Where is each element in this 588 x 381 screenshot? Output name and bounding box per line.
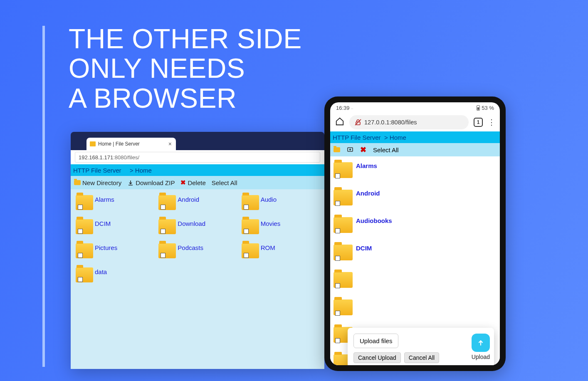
folder-checkbox[interactable] <box>244 205 249 210</box>
tab-title: Home | File Server <box>98 141 140 147</box>
breadcrumb-sep: > <box>130 167 133 174</box>
status-bar: 16:39 ·· 53 % <box>330 102 500 113</box>
folder-checkbox[interactable] <box>161 229 166 234</box>
url-input[interactable]: 192.168.1.171:8080/files/ <box>75 152 320 163</box>
folder-checkbox[interactable] <box>78 253 83 258</box>
url-port-path: :8080/files/ <box>113 154 139 161</box>
folder-checkbox[interactable] <box>335 228 340 233</box>
headline-line-2: ONLY NEEDS <box>69 54 302 83</box>
folder-checkbox[interactable] <box>161 205 166 210</box>
breadcrumb-app[interactable]: HTTP File Server <box>73 167 121 174</box>
mobile-toolbar: ✖ Select All <box>330 143 500 156</box>
download-icon[interactable] <box>347 146 353 154</box>
upload-files-button[interactable]: Upload files <box>353 334 398 348</box>
folder-label: Pictures <box>95 243 117 251</box>
delete-button[interactable]: ✖ Delete <box>180 179 205 186</box>
folder-checkbox[interactable] <box>335 201 340 206</box>
folder-item[interactable]: Download <box>156 219 239 243</box>
folder-checkbox[interactable] <box>78 277 83 282</box>
folder-item[interactable]: DCIM <box>73 219 156 243</box>
file-grid: AlarmsAndroidAudioDCIMDownloadMoviesPict… <box>71 189 324 369</box>
folder-checkbox[interactable] <box>335 256 340 261</box>
folder-checkbox[interactable] <box>335 283 340 288</box>
battery-text: 53 % <box>482 105 494 111</box>
close-icon[interactable]: × <box>168 141 172 147</box>
download-icon <box>127 180 134 186</box>
upload-fab-label: Upload <box>472 354 490 360</box>
folder-item[interactable]: ROM <box>239 243 322 267</box>
folder-icon[interactable] <box>334 147 340 152</box>
delete-icon[interactable]: ✖ <box>360 145 366 154</box>
headline-line-3: A BROWSER <box>69 84 302 113</box>
breadcrumb-current[interactable]: Home <box>390 134 406 141</box>
download-zip-button[interactable]: Download ZIP <box>127 179 175 186</box>
url-host: 192.168.1.171 <box>79 154 113 161</box>
folder-row[interactable] <box>330 266 500 294</box>
folder-label: Audiobooks <box>356 217 392 224</box>
folder-checkbox[interactable] <box>335 338 340 343</box>
folder-checkbox[interactable] <box>78 229 83 234</box>
folder-label: Movies <box>261 219 281 227</box>
folder-icon <box>74 180 81 185</box>
phone-frame: 16:39 ·· 53 % 127.0.0.1:8080/files <box>324 96 506 371</box>
folder-item[interactable]: Alarms <box>73 195 156 219</box>
folder-checkbox[interactable] <box>335 173 340 178</box>
cancel-all-button[interactable]: Cancel All <box>404 352 439 363</box>
folder-checkbox[interactable] <box>78 205 83 210</box>
folder-checkbox[interactable] <box>161 253 166 258</box>
folder-row[interactable]: Audiobooks <box>330 211 500 239</box>
folder-item[interactable]: Movies <box>239 219 322 243</box>
select-all-button[interactable]: Select All <box>373 146 399 153</box>
folder-checkbox[interactable] <box>335 311 340 316</box>
folder-row[interactable] <box>330 294 500 321</box>
folder-label: Download <box>178 219 205 227</box>
folder-icon <box>90 141 96 146</box>
url-input[interactable]: 127.0.0.1:8080/files <box>349 115 469 129</box>
folder-item[interactable]: Android <box>156 195 239 219</box>
folder-label: DCIM <box>356 245 372 252</box>
new-directory-button[interactable]: New Directory <box>74 179 121 186</box>
browser-tabstrip: Home | File Server × <box>71 132 324 150</box>
browser-tab[interactable]: Home | File Server × <box>86 138 176 150</box>
status-time: 16:39 <box>336 105 350 111</box>
folder-checkbox[interactable] <box>244 253 249 258</box>
url-text: 127.0.0.1:8080/files <box>364 119 417 126</box>
folder-label: Audio <box>261 195 277 203</box>
breadcrumb-current[interactable]: Home <box>135 167 152 174</box>
breadcrumb-sep: > <box>384 134 388 141</box>
folder-label: Alarms <box>356 162 377 169</box>
cancel-upload-button[interactable]: Cancel Upload <box>353 352 401 363</box>
folder-label: ROM <box>261 243 275 251</box>
battery-icon <box>477 105 480 111</box>
headline: THE OTHER SIDE ONLY NEEDS A BROWSER <box>69 24 302 113</box>
home-icon[interactable] <box>335 117 344 128</box>
upload-fab-wrap: Upload <box>472 334 490 360</box>
breadcrumb: HTTP File Server > Home <box>330 131 500 143</box>
folder-row[interactable]: Android <box>330 184 500 211</box>
folder-label: DCIM <box>95 219 111 227</box>
desktop-browser-window: Home | File Server × 192.168.1.171:8080/… <box>71 132 324 369</box>
folder-label: Alarms <box>95 195 114 203</box>
folder-checkbox[interactable] <box>244 229 249 234</box>
delete-icon: ✖ <box>180 179 186 186</box>
desktop-toolbar: New Directory Download ZIP ✖ Delete Sele… <box>71 176 324 189</box>
tabs-button[interactable]: 1 <box>474 118 483 127</box>
breadcrumb-app[interactable]: HTTP File Server <box>333 134 381 141</box>
breadcrumb: HTTP File Server > Home <box>71 164 324 176</box>
status-marker: ·· <box>351 106 353 111</box>
select-all-button[interactable]: Select All <box>212 179 237 186</box>
insecure-icon <box>354 119 362 126</box>
folder-item[interactable]: Audio <box>239 195 322 219</box>
folder-item[interactable]: Pictures <box>73 243 156 267</box>
folder-row[interactable]: Alarms <box>330 156 500 184</box>
folder-label: Podcasts <box>178 243 203 251</box>
phone-screen: 16:39 ·· 53 % 127.0.0.1:8080/files <box>330 102 500 365</box>
address-bar: 192.168.1.171:8080/files/ <box>71 150 324 164</box>
folder-label: Android <box>356 190 380 197</box>
folder-item[interactable]: Podcasts <box>156 243 239 267</box>
folder-item[interactable]: data <box>73 267 156 292</box>
kebab-menu-icon[interactable]: ⋮ <box>488 118 495 127</box>
accent-rule <box>42 26 45 367</box>
upload-fab[interactable] <box>472 334 490 352</box>
folder-row[interactable]: DCIM <box>330 239 500 266</box>
